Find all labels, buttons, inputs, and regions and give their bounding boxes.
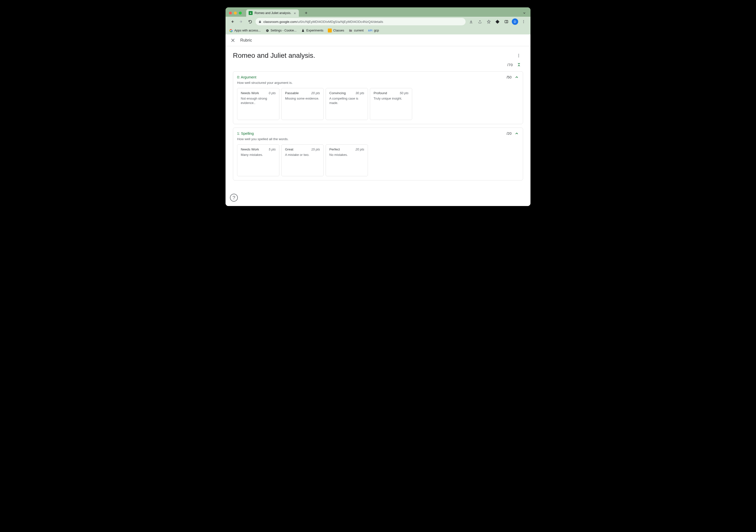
- level-description: A mistake or two.: [285, 153, 320, 157]
- close-icon[interactable]: [230, 38, 235, 43]
- svg-point-4: [523, 20, 524, 21]
- criterion-title: 0: Argument: [237, 75, 507, 79]
- new-tab-button[interactable]: +: [303, 10, 309, 16]
- avatar-letter: D: [514, 20, 516, 24]
- url-text: classroom.google.com/u/0/c/NjEyMDI4ODIxM…: [263, 20, 383, 24]
- window-minimize-icon[interactable]: [234, 12, 237, 14]
- rubric-content: Romeo and Juliet analysis. /70 0: Argume…: [226, 46, 530, 206]
- level-description: Truly unique insight.: [374, 96, 409, 101]
- window-controls: [229, 12, 242, 14]
- url-input[interactable]: classroom.google.com/u/0/c/NjEyMDI4ODIxM…: [256, 18, 466, 25]
- folder-icon: [349, 29, 353, 33]
- level-card[interactable]: Profound50 pts Truly unique insight.: [370, 88, 412, 120]
- svg-point-8: [518, 55, 519, 56]
- extensions-icon[interactable]: [494, 18, 501, 25]
- gear-icon: [265, 29, 269, 33]
- criterion-description: How well structured your argument is.: [237, 81, 519, 85]
- chevron-up-icon[interactable]: [515, 131, 519, 136]
- bookmark-label: Apps with access...: [234, 29, 261, 32]
- criterion-description: How well you spelled all the words.: [237, 137, 519, 141]
- level-name: Profound: [374, 91, 387, 95]
- svg-point-5: [523, 21, 524, 22]
- help-button[interactable]: ?: [230, 194, 238, 201]
- classroom-favicon-icon: [249, 11, 253, 15]
- level-name: Great: [285, 147, 293, 151]
- share-icon[interactable]: [476, 18, 483, 25]
- title-row: Romeo and Juliet analysis.: [233, 51, 523, 60]
- level-points: 50 pts: [400, 91, 409, 95]
- bookmark-label: Experiments: [307, 29, 323, 32]
- level-name: Needs Work: [241, 91, 259, 95]
- bookmark-star-icon[interactable]: [485, 18, 492, 25]
- level-points: 20 pts: [356, 147, 364, 151]
- bookmark-label: current: [354, 29, 364, 32]
- level-list: Needs Work5 pts Many mistakes. Great15 p…: [237, 144, 519, 176]
- download-icon[interactable]: [468, 18, 474, 25]
- window-close-icon[interactable]: [229, 12, 232, 14]
- collapse-all-button[interactable]: [516, 62, 522, 68]
- criterion-header[interactable]: 1: Spelling /20: [237, 131, 519, 136]
- level-name: Needs Work: [241, 147, 259, 151]
- bookmark-experiments[interactable]: Experiments: [301, 29, 323, 33]
- total-points: /70: [507, 63, 513, 67]
- browser-tab[interactable]: Romeo and Juliet analysis. ×: [246, 9, 299, 17]
- browser-menu-icon[interactable]: [520, 18, 527, 25]
- lock-icon: [258, 20, 261, 23]
- level-card[interactable]: Perfect20 pts No mistakes.: [326, 144, 368, 176]
- bookmark-apps-access[interactable]: Apps with access...: [229, 29, 261, 33]
- level-card[interactable]: Convincing30 pts A compelling case is ma…: [326, 88, 368, 120]
- level-card[interactable]: Passable20 pts Missing some evidence.: [281, 88, 324, 120]
- bookmark-bar: Apps with access... Settings - Cookie...…: [226, 27, 530, 35]
- level-list: Needs Work0 pts Not enough strong eviden…: [237, 88, 519, 120]
- svg-point-1: [250, 12, 251, 13]
- flask-icon: [301, 29, 305, 33]
- level-description: Not enough strong evidence..: [241, 96, 276, 105]
- level-card[interactable]: Needs Work0 pts Not enough strong eviden…: [237, 88, 279, 120]
- level-name: Convincing: [329, 91, 346, 95]
- level-name: Perfect: [329, 147, 340, 151]
- criterion-points: /20: [507, 132, 512, 135]
- level-description: A compelling case is made.: [329, 96, 364, 105]
- level-card[interactable]: Great15 pts A mistake or two.: [281, 144, 324, 176]
- bookmark-label: Settings - Cookie...: [271, 29, 297, 32]
- tabs-overflow-icon[interactable]: [523, 11, 526, 15]
- more-options-button[interactable]: [514, 51, 523, 60]
- page-header: Rubric: [226, 35, 530, 46]
- browser-chrome: Romeo and Juliet analysis. × + c: [226, 7, 530, 35]
- classroom-icon: [328, 29, 332, 33]
- criterion-argument: 0: Argument /50 How well structured your…: [233, 71, 523, 124]
- browser-window: Romeo and Juliet analysis. × + c: [226, 7, 530, 206]
- svg-point-7: [518, 54, 519, 55]
- svg-rect-2: [505, 20, 508, 23]
- back-button[interactable]: [229, 18, 236, 25]
- level-points: 0 pts: [269, 91, 276, 95]
- google-icon: [229, 29, 233, 33]
- bookmark-label: gcp: [374, 29, 379, 32]
- level-card[interactable]: Needs Work5 pts Many mistakes.: [237, 144, 279, 176]
- level-name: Passable: [285, 91, 299, 95]
- level-points: 30 pts: [356, 91, 364, 95]
- bookmark-classes[interactable]: Classes: [328, 29, 344, 33]
- bookmark-api[interactable]: API gcp: [368, 29, 379, 32]
- rubric-title: Romeo and Juliet analysis.: [233, 52, 514, 60]
- tab-close-icon[interactable]: ×: [293, 11, 296, 15]
- criterion-header[interactable]: 0: Argument /50: [237, 75, 519, 79]
- chevron-up-icon[interactable]: [515, 75, 519, 79]
- level-points: 20 pts: [311, 91, 320, 95]
- svg-point-6: [523, 22, 524, 23]
- bookmark-current[interactable]: current: [349, 29, 364, 33]
- level-description: Many mistakes.: [241, 153, 276, 157]
- sidepanel-icon[interactable]: [503, 18, 510, 25]
- criterion-spelling: 1: Spelling /20 How well you spelled all…: [233, 128, 523, 180]
- level-points: 15 pts: [311, 147, 320, 151]
- forward-button[interactable]: [238, 18, 245, 25]
- level-points: 5 pts: [269, 147, 276, 151]
- window-zoom-icon[interactable]: [239, 12, 242, 14]
- svg-point-9: [518, 57, 519, 57]
- bookmark-settings-cookie[interactable]: Settings - Cookie...: [265, 29, 297, 33]
- profile-avatar[interactable]: D: [512, 18, 518, 25]
- reload-button[interactable]: [247, 18, 254, 25]
- address-bar: classroom.google.com/u/0/c/NjEyMDI4ODIxM…: [226, 17, 530, 27]
- bookmark-label: Classes: [333, 29, 344, 32]
- criterion-title: 1: Spelling: [237, 132, 507, 135]
